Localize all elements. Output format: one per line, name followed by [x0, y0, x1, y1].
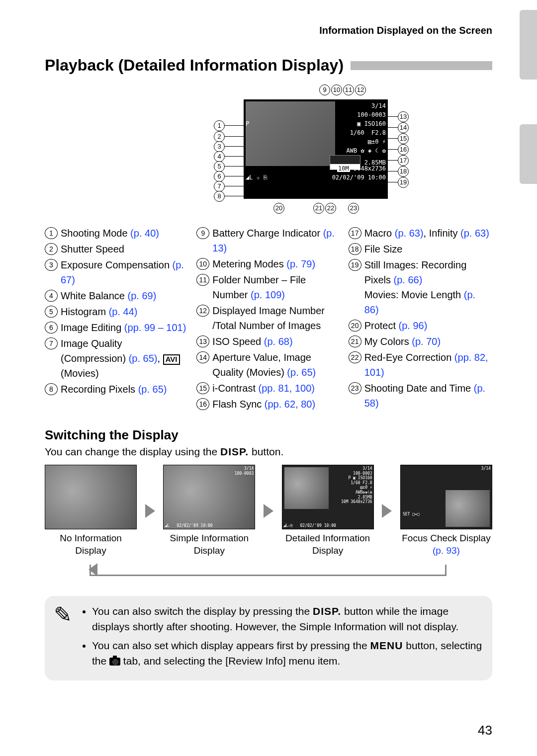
legend-item: 6Image Editing (pp. 99 – 101) [45, 320, 188, 335]
subheading-switching: Switching the Display [45, 427, 492, 443]
legend-num-3: 3 [45, 259, 58, 271]
legend-col-3: 17Macro (p. 63), Infinity (p. 63)18File … [349, 226, 492, 413]
callout-22: 22 [325, 203, 336, 214]
page-ref[interactable]: (pp. 82, 101) [364, 352, 488, 378]
legend-col-1: 1Shooting Mode (p. 40)2Shutter Speed3Exp… [45, 226, 188, 413]
thumb-cap-2: Detailed Information Display [282, 532, 374, 557]
callout-10: 10 [331, 84, 342, 95]
legend-num-11: 11 [196, 274, 209, 286]
legend-num-16: 16 [196, 398, 209, 410]
callout-9: 9 [319, 84, 330, 95]
note-block: ✎ You can also switch the display by pre… [45, 596, 492, 680]
page-ref[interactable]: (p. 65) [129, 353, 158, 364]
page-ref[interactable]: (p. 58) [364, 383, 485, 409]
legend-num-21: 21 [349, 336, 361, 347]
legend-item: 19Still Images: Recording Pixels (p. 66)… [349, 257, 492, 317]
page-ref[interactable]: (p. 68) [264, 336, 293, 347]
note-icon: ✎ [54, 604, 72, 672]
page-ref[interactable]: (p. 63) [460, 228, 489, 239]
callout-12: 12 [355, 84, 366, 95]
page-ref[interactable]: (p. 65) [138, 384, 167, 395]
lcd-screen: 3/14 100-0003 P ▣ ISO160 1/60 F2.8 ▤±0 ⚡… [244, 99, 388, 199]
thumb-cap-0: No Information Display [45, 532, 137, 557]
callout-11: 11 [343, 84, 354, 95]
legend-item: 7Image Quality (Compression) (p. 65), AV… [45, 336, 188, 381]
legend-item: 9Battery Charge Indicator (p. 13) [196, 226, 340, 255]
menu-button-label: MENU [370, 640, 403, 651]
avi-icon: AVI [163, 354, 180, 365]
lcd-ev: ±0 [371, 138, 378, 145]
legend-item: 2Shutter Speed [45, 242, 188, 256]
page-ref[interactable]: (p. 96) [399, 320, 428, 331]
legend-num-19: 19 [349, 259, 361, 271]
legend-item: 3Exposure Compensation (p. 67) [45, 257, 188, 287]
legend-item: 8Recording Pixels (p. 65) [45, 382, 188, 397]
page-ref[interactable]: (p. 67) [61, 259, 184, 285]
callout-16: 16 [398, 144, 409, 155]
cycle-return-arrow [90, 565, 447, 576]
page-ref[interactable]: (p. 65) [287, 367, 316, 378]
legend-num-17: 17 [349, 227, 361, 239]
tab-marker-top [520, 10, 537, 80]
tab-marker-side [520, 124, 537, 184]
callout-18: 18 [398, 166, 409, 177]
section-title-text: Playback (Detailed Information Display) [45, 56, 344, 75]
section-title: Playback (Detailed Information Display) [45, 56, 492, 75]
page-ref[interactable]: (p. 13) [212, 228, 335, 253]
page-ref[interactable]: (p. 79) [286, 258, 315, 269]
thumb-simple-info: 3/14100-0003 ◢L 02/02/'09 10:00 Simple I… [163, 465, 255, 557]
page-ref[interactable]: (p. 63) [395, 228, 424, 239]
diagram-container: 9 10 11 12 1 2 3 4 5 6 7 8 13 14 15 [134, 84, 492, 216]
legend-item: 16Flash Sync (pp. 62, 80) [196, 397, 340, 412]
page-ref[interactable]: (pp. 81, 100) [259, 383, 315, 394]
legend: 1Shooting Mode (p. 40)2Shutter Speed3Exp… [45, 226, 492, 413]
note-bullet-2: You can also set which display appears f… [92, 638, 483, 669]
callout-2: 2 [214, 131, 225, 142]
lcd-iso: ISO160 [364, 120, 386, 127]
legend-item: 13ISO Speed (p. 68) [196, 334, 340, 349]
page-number: 43 [478, 723, 492, 738]
page-ref[interactable]: (p. 93) [433, 545, 460, 556]
page-ref[interactable]: (pp. 99 – 101) [124, 322, 186, 333]
lcd-count: 3/14 [371, 102, 386, 109]
legend-item: 15i-Contrast (pp. 81, 100) [196, 381, 340, 396]
page-ref[interactable]: (p. 44) [109, 306, 138, 317]
page-ref[interactable]: (p. 40) [130, 228, 159, 239]
legend-num-5: 5 [45, 306, 58, 318]
page-ref[interactable]: (p. 109) [251, 289, 285, 300]
legend-item: 5Histogram (p. 44) [45, 304, 188, 319]
lcd-mode: P [246, 119, 249, 128]
thumb-detailed-info: 3/14100-0003P ▣ ISO1601/60 F2.8▤±0 ⚡AWB✿… [282, 465, 374, 557]
legend-item: 17Macro (p. 63), Infinity (p. 63) [349, 226, 492, 241]
legend-num-2: 2 [45, 243, 58, 255]
disp-button-label: DISP. [220, 446, 249, 457]
callout-5: 5 [214, 161, 225, 172]
page-ref[interactable]: (p. 66) [394, 274, 423, 285]
arrow-icon [264, 504, 273, 518]
note-bullet-1: You can also switch the display by press… [92, 604, 483, 634]
page-ref[interactable]: (p. 86) [364, 289, 475, 315]
callout-14: 14 [398, 122, 409, 133]
legend-item: 18File Size [349, 242, 492, 256]
legend-item: 1Shooting Mode (p. 40) [45, 226, 188, 241]
callout-13: 13 [398, 111, 409, 122]
page-ref[interactable]: (p. 70) [412, 336, 441, 347]
thumb-cap-3: Focus Check Display (p. 93) [400, 532, 492, 557]
legend-num-23: 23 [349, 382, 361, 394]
legend-num-6: 6 [45, 322, 58, 334]
legend-item: 23Shooting Date and Time (p. 58) [349, 381, 492, 411]
page-ref[interactable]: (pp. 62, 80) [265, 399, 315, 410]
lcd-folder: 100-0003 [357, 111, 386, 118]
legend-num-7: 7 [45, 337, 58, 349]
legend-num-13: 13 [196, 336, 209, 347]
thumb-no-info: No Information Display [45, 465, 137, 557]
callout-15: 15 [398, 133, 409, 144]
legend-num-15: 15 [196, 382, 209, 394]
legend-item: 11Folder Number – File Number (p. 109) [196, 272, 340, 302]
legend-num-18: 18 [349, 243, 361, 255]
page-ref[interactable]: (p. 69) [128, 290, 157, 301]
lcd-res: 3648x2736 [354, 165, 386, 172]
thumb-focus-check: 3/14 SET □↔□ Focus Check Display (p. 93) [400, 465, 492, 557]
callout-17: 17 [398, 155, 409, 166]
callout-19: 19 [398, 177, 409, 188]
